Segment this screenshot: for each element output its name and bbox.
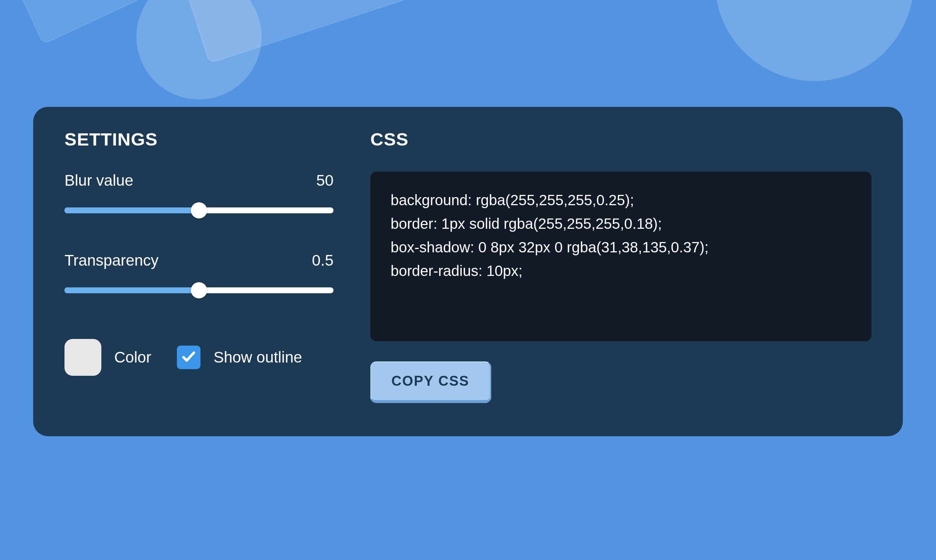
check-icon xyxy=(181,349,196,366)
blur-value: 50 xyxy=(316,172,334,189)
slider-thumb[interactable] xyxy=(191,202,207,218)
transparency-slider[interactable] xyxy=(65,282,334,298)
settings-title: SETTINGS xyxy=(65,129,334,149)
settings-column: SETTINGS Blur value 50 Transparency 0.5 xyxy=(65,129,334,403)
controls-row: Color Show outline xyxy=(65,339,334,376)
slider-fill xyxy=(65,208,199,213)
slider-fill xyxy=(65,288,199,293)
control-panel: SETTINGS Blur value 50 Transparency 0.5 xyxy=(33,107,903,436)
transparency-slider-header: Transparency 0.5 xyxy=(65,252,334,269)
blur-label: Blur value xyxy=(65,172,133,189)
outline-checkbox-group: Show outline xyxy=(177,346,302,369)
color-picker-group: Color xyxy=(65,339,151,376)
blur-slider[interactable] xyxy=(65,202,334,218)
transparency-label: Transparency xyxy=(65,252,159,269)
color-swatch[interactable] xyxy=(65,339,102,376)
outline-label: Show outline xyxy=(213,349,302,366)
css-title: CSS xyxy=(370,129,871,149)
decorative-card xyxy=(171,0,437,63)
css-output: background: rgba(255,255,255,0.25); bord… xyxy=(370,172,871,341)
outline-checkbox[interactable] xyxy=(177,346,200,369)
transparency-value: 0.5 xyxy=(312,252,334,269)
css-column: CSS background: rgba(255,255,255,0.25); … xyxy=(370,129,871,403)
transparency-slider-group: Transparency 0.5 xyxy=(65,252,334,298)
copy-css-button[interactable]: COPY CSS xyxy=(370,362,491,403)
color-label: Color xyxy=(114,349,151,366)
slider-thumb[interactable] xyxy=(191,282,207,298)
blur-slider-group: Blur value 50 xyxy=(65,172,334,218)
decorative-circle xyxy=(715,0,914,81)
blur-slider-header: Blur value 50 xyxy=(65,172,334,189)
